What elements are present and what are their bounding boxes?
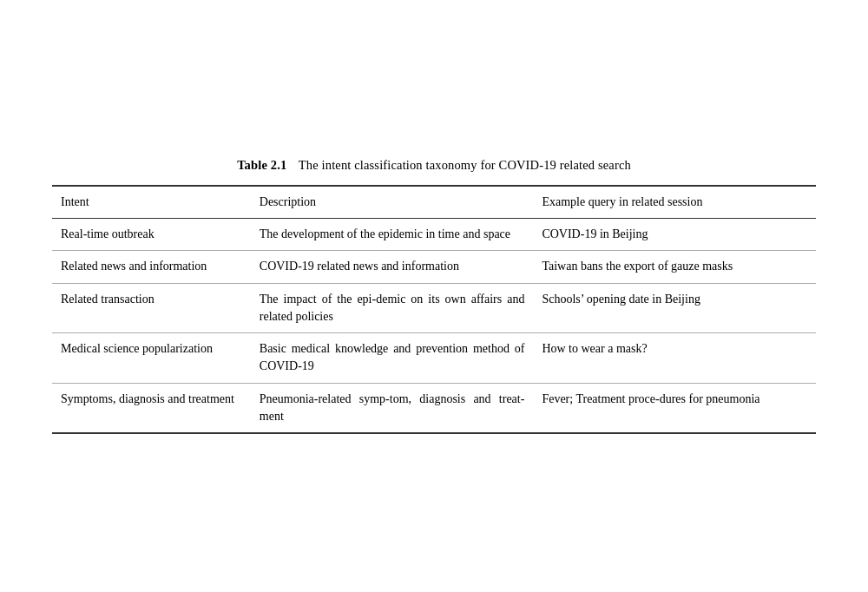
table-caption: Table 2.1 The intent classification taxo… (52, 158, 816, 173)
table-row: Related news and informationCOVID-19 rel… (52, 251, 816, 283)
table-row: Medical science popularizationBasic medi… (52, 333, 816, 384)
table-number: Table 2.1 (237, 158, 286, 172)
cell-description: Basic medical knowledge and prevention m… (251, 333, 534, 384)
cell-example: Taiwan bans the export of gauze masks (533, 251, 816, 283)
cell-example: Fever; Treatment proce-dures for pneumon… (533, 383, 816, 433)
cell-example: How to wear a mask? (533, 333, 816, 384)
table-row: Related transactionThe impact of the epi… (52, 283, 816, 333)
cell-description: COVID-19 related news and information (251, 251, 534, 283)
cell-intent: Symptoms, diagnosis and treatment (52, 383, 251, 433)
cell-example: COVID-19 in Beijing (533, 218, 816, 250)
header-example: Example query in related session (533, 186, 816, 219)
header-description: Description (251, 186, 534, 219)
table-header-row: Intent Description Example query in rela… (52, 186, 816, 219)
table-wrapper: Table 2.1 The intent classification taxo… (52, 158, 816, 435)
cell-intent: Related transaction (52, 283, 251, 333)
cell-intent: Medical science popularization (52, 333, 251, 384)
header-intent: Intent (52, 186, 251, 219)
cell-example: Schools’ opening date in Beijing (533, 283, 816, 333)
classification-table: Intent Description Example query in rela… (52, 185, 816, 435)
cell-description: The impact of the epi-demic on its own a… (251, 283, 534, 333)
table-row: Symptoms, diagnosis and treatmentPneumon… (52, 383, 816, 433)
cell-intent: Related news and information (52, 251, 251, 283)
cell-description: Pneumonia-related symp-tom, diagnosis an… (251, 383, 534, 433)
caption-text: The intent classification taxonomy for C… (299, 158, 631, 172)
cell-description: The development of the epidemic in time … (251, 218, 534, 250)
table-row: Real-time outbreakThe development of the… (52, 218, 816, 250)
cell-intent: Real-time outbreak (52, 218, 251, 250)
page-container: Table 2.1 The intent classification taxo… (0, 0, 868, 592)
